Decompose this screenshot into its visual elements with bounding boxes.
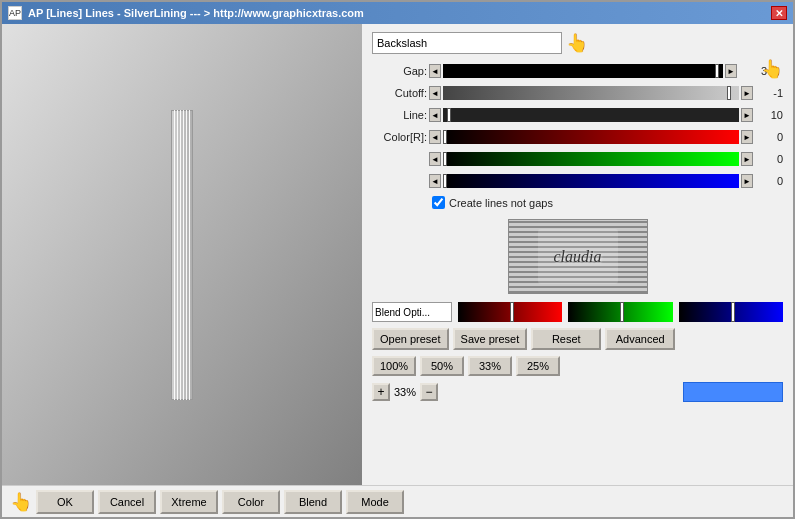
ok-button[interactable]: OK — [36, 490, 94, 514]
close-button[interactable]: ✕ — [771, 6, 787, 20]
colorG-decrease-btn[interactable]: ◄ — [429, 152, 441, 166]
colorG-increase-btn[interactable]: ► — [741, 152, 753, 166]
zoom-100-button[interactable]: 100% — [372, 356, 416, 376]
colorG-slider-thumb[interactable] — [443, 152, 447, 166]
blend-red-slider[interactable] — [458, 302, 562, 322]
gap-slider-row: Gap: ◄ ► 3 👆 — [372, 62, 783, 80]
colorR-increase-btn[interactable]: ► — [741, 130, 753, 144]
zoom-25-button[interactable]: 25% — [516, 356, 560, 376]
gap-slider-thumb[interactable] — [715, 64, 719, 78]
checkbox-row: Create lines not gaps — [372, 196, 783, 209]
create-lines-checkbox[interactable] — [432, 196, 445, 209]
blend-blue-thumb[interactable] — [731, 302, 735, 322]
colorR-label: Color[R]: — [372, 131, 427, 143]
blue-indicator-bar — [683, 382, 783, 402]
hand-cursor-icon: 👆 — [566, 32, 588, 54]
save-preset-button[interactable]: Save preset — [453, 328, 528, 350]
colorB-value: 0 — [755, 175, 783, 187]
blend-green-slider[interactable] — [568, 302, 672, 322]
preview-logo: claudia — [538, 229, 618, 284]
blend-green-thumb[interactable] — [620, 302, 624, 322]
line-value: 10 — [755, 109, 783, 121]
checkbox-label: Create lines not gaps — [449, 197, 553, 209]
bottom-buttons-left: 👆 OK Cancel Xtreme Color Blend Mode — [10, 490, 404, 514]
bottom-bar: 👆 OK Cancel Xtreme Color Blend Mode — [2, 485, 793, 517]
cutoff-decrease-btn[interactable]: ◄ — [429, 86, 441, 100]
colorR-decrease-btn[interactable]: ◄ — [429, 130, 441, 144]
gap-decrease-btn[interactable]: ◄ — [429, 64, 441, 78]
colorR-slider-track[interactable] — [443, 130, 739, 144]
colorG-slider-track[interactable] — [443, 152, 739, 166]
blend-blue-slider[interactable] — [679, 302, 783, 322]
zoom-preset-row: 100% 50% 33% 25% — [372, 356, 783, 376]
window-title: AP [Lines] Lines - SilverLining --- > ht… — [28, 7, 364, 19]
ok-hand-cursor: 👆 — [10, 491, 32, 513]
colorR-slider-thumb[interactable] — [443, 130, 447, 144]
blend-options-row: Blend Opti... — [372, 302, 783, 322]
cutoff-slider-track[interactable] — [443, 86, 739, 100]
gap-slider-track[interactable] — [443, 64, 723, 78]
colorG-slider-row: ◄ ► 0 — [372, 150, 783, 168]
xtreme-button[interactable]: Xtreme — [160, 490, 218, 514]
gap-increase-btn[interactable]: ► — [725, 64, 737, 78]
colorB-slider-row: ◄ ► 0 — [372, 172, 783, 190]
main-content: Backslash Forward Slash Horizontal Verti… — [2, 24, 793, 485]
main-window: AP AP [Lines] Lines - SilverLining --- >… — [0, 0, 795, 519]
title-bar-left: AP AP [Lines] Lines - SilverLining --- >… — [8, 6, 364, 20]
cutoff-slider-row: Cutoff: ◄ ► -1 — [372, 84, 783, 102]
zoom-minus-button[interactable]: + — [372, 383, 390, 401]
blend-red-thumb[interactable] — [510, 302, 514, 322]
action-buttons-row: Open preset Save preset Reset Advanced — [372, 328, 783, 350]
preview-stripes: claudia — [509, 220, 647, 293]
preset-dropdown-row: Backslash Forward Slash Horizontal Verti… — [372, 32, 783, 54]
open-preset-button[interactable]: Open preset — [372, 328, 449, 350]
gap-label: Gap: — [372, 65, 427, 77]
line-decrease-btn[interactable]: ◄ — [429, 108, 441, 122]
gap-hand-cursor: 👆 — [761, 58, 783, 80]
line-increase-btn[interactable]: ► — [741, 108, 753, 122]
line-slider-thumb[interactable] — [447, 108, 451, 122]
cutoff-value: -1 — [755, 87, 783, 99]
colorG-value: 0 — [755, 153, 783, 165]
colorB-slider-track[interactable] — [443, 174, 739, 188]
zoom-current-value: 33% — [394, 386, 416, 398]
cutoff-increase-btn[interactable]: ► — [741, 86, 753, 100]
color-button[interactable]: Color — [222, 490, 280, 514]
blend-button[interactable]: Blend — [284, 490, 342, 514]
advanced-button[interactable]: Advanced — [605, 328, 675, 350]
colorB-slider-thumb[interactable] — [443, 174, 447, 188]
reset-button[interactable]: Reset — [531, 328, 601, 350]
blend-dropdown[interactable]: Blend Opti... — [372, 302, 452, 322]
zoom-50-button[interactable]: 50% — [420, 356, 464, 376]
line-slider-track[interactable] — [443, 108, 739, 122]
line-label: Line: — [372, 109, 427, 121]
zoom-33-button[interactable]: 33% — [468, 356, 512, 376]
right-panel: Backslash Forward Slash Horizontal Verti… — [362, 24, 793, 485]
zoom-control-row: + 33% − — [372, 382, 783, 402]
preview-panel — [2, 24, 362, 485]
zoom-stepper: + 33% − — [372, 383, 438, 401]
cutoff-label: Cutoff: — [372, 87, 427, 99]
line-preview — [171, 110, 193, 400]
app-icon: AP — [8, 6, 22, 20]
cutoff-slider-thumb[interactable] — [727, 86, 731, 100]
mode-button[interactable]: Mode — [346, 490, 404, 514]
colorR-value: 0 — [755, 131, 783, 143]
cancel-button[interactable]: Cancel — [98, 490, 156, 514]
zoom-plus-button[interactable]: − — [420, 383, 438, 401]
line-slider-row: Line: ◄ ► 10 — [372, 106, 783, 124]
colorR-slider-row: Color[R]: ◄ ► 0 — [372, 128, 783, 146]
title-bar: AP AP [Lines] Lines - SilverLining --- >… — [2, 2, 793, 24]
colorB-increase-btn[interactable]: ► — [741, 174, 753, 188]
preview-image-container: claudia — [372, 219, 783, 294]
preview-image: claudia — [508, 219, 648, 294]
colorB-decrease-btn[interactable]: ◄ — [429, 174, 441, 188]
preset-dropdown[interactable]: Backslash Forward Slash Horizontal Verti… — [372, 32, 562, 54]
